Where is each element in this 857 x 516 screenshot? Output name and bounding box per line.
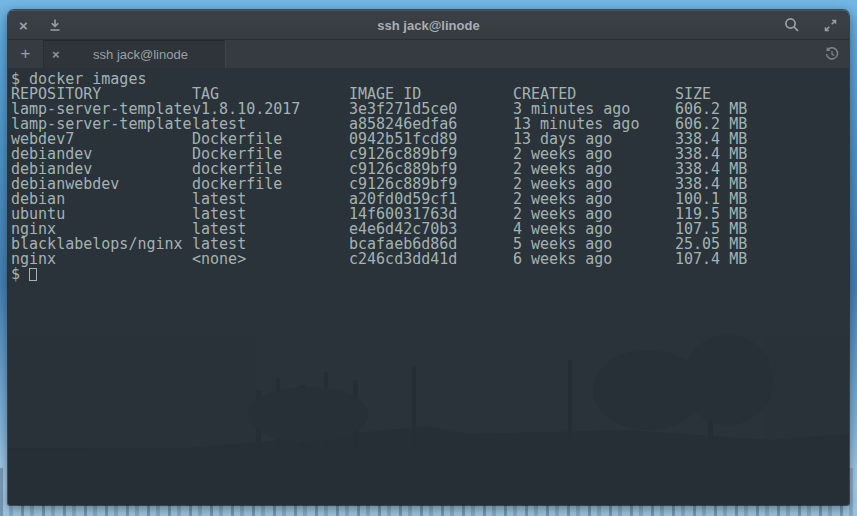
window-title: ssh jack@linode — [8, 18, 849, 33]
tab-ssh-jack-linode[interactable]: × ssh jack@linode — [44, 40, 226, 68]
terminal-screen[interactable]: $ docker images REPOSITORY TAG IMAGE ID … — [8, 68, 849, 505]
tab-label: ssh jack@linode — [64, 47, 217, 62]
table-row: nginx<none>c246cd3dd41d6 weeks ago107.4 … — [11, 252, 849, 267]
prompt-line: $ — [11, 267, 849, 282]
terminal-cursor — [29, 268, 37, 281]
new-tab-button[interactable]: + — [8, 40, 44, 68]
plus-icon: + — [21, 44, 31, 64]
command-line: $ docker images — [11, 72, 849, 87]
terminal-window: × ssh jack@linode — [8, 10, 849, 505]
prompt-symbol: $ — [11, 267, 20, 282]
terminal-output: $ docker images REPOSITORY TAG IMAGE ID … — [8, 68, 849, 282]
search-icon[interactable] — [784, 17, 800, 33]
history-icon[interactable] — [815, 40, 849, 68]
fullscreen-icon[interactable] — [823, 18, 838, 33]
wallpaper-silhouette-overlay — [8, 330, 849, 505]
cell-image-id: c246cd3dd41d — [349, 252, 513, 267]
close-window-icon[interactable]: × — [19, 18, 28, 33]
cell-tag: <none> — [192, 252, 349, 267]
cell-created: 6 weeks ago — [513, 252, 675, 267]
cell-repository: nginx — [11, 252, 192, 267]
download-icon[interactable] — [48, 18, 62, 32]
tabbar-spacer — [226, 40, 815, 68]
titlebar: × ssh jack@linode — [8, 10, 849, 40]
images-table-body: lamp-server-templatev1.8.10.20173e3f271d… — [11, 102, 849, 267]
tabbar: + × ssh jack@linode — [8, 40, 849, 68]
cell-size: 107.4 MB — [675, 252, 849, 267]
tab-close-icon[interactable]: × — [52, 48, 60, 61]
